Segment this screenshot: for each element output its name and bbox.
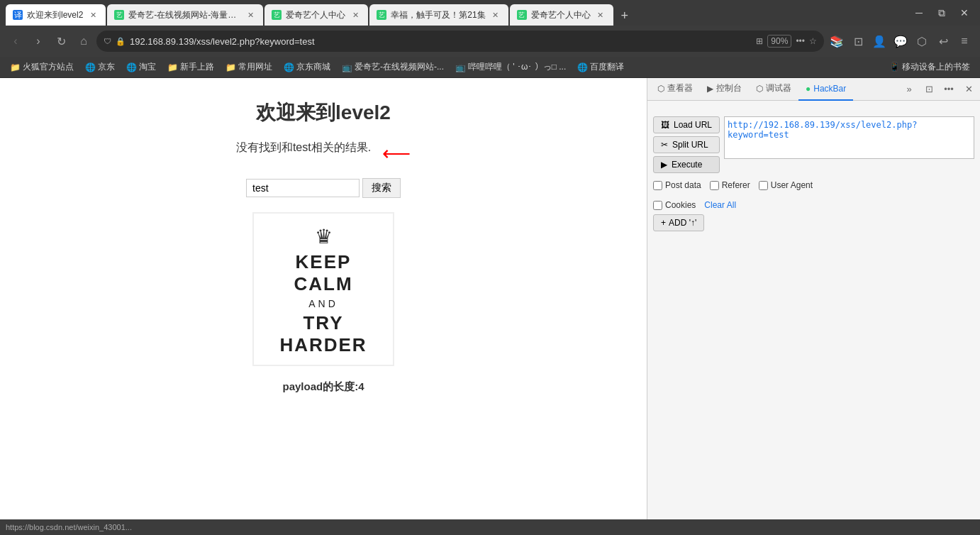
tab-3-label: 爱奇艺个人中心 (286, 9, 345, 21)
bookmark-label: 火狐官方站点 (23, 61, 74, 73)
close-button[interactable]: ✕ (954, 3, 974, 23)
devtools-tab-inspector[interactable]: ⬡ 查看器 (650, 78, 700, 101)
post-data-input[interactable] (653, 181, 662, 190)
bookmark-taobao[interactable]: 🌐 淘宝 (122, 60, 160, 75)
bookmark-icon: 📁 (10, 62, 21, 72)
profile-button[interactable]: 👤 (869, 31, 889, 51)
search-box: 搜索 (246, 178, 401, 198)
reader-view-button[interactable]: ⊡ (848, 31, 868, 51)
add-button[interactable]: + ADD '↑' (653, 214, 704, 231)
bookmark-jd[interactable]: 🌐 京东 (81, 60, 119, 75)
toggle-panel-button[interactable]: ⊡ (920, 81, 937, 98)
referer-label: Referer (722, 180, 750, 190)
add-icon: + (661, 218, 666, 228)
bookmark-huxin[interactable]: 📁 火狐官方站点 (6, 60, 78, 75)
tab-5-label: 爱奇艺个人中心 (531, 9, 591, 21)
load-url-button[interactable]: 🖼 Load URL (653, 116, 720, 133)
bookmark-bili[interactable]: 📺 哔哩哔哩（ ' ･ω･ ）っ□ ... (451, 60, 570, 75)
search-button[interactable]: 搜索 (362, 178, 401, 198)
console-icon: ▶ (707, 84, 713, 94)
tab-3-close[interactable]: ✕ (350, 9, 361, 21)
tab-1[interactable]: 译 欢迎来到level2 ✕ (6, 4, 106, 26)
tab-1-close[interactable]: ✕ (87, 9, 99, 21)
back-button[interactable]: ‹ (6, 31, 26, 51)
tab-2[interactable]: 艺 爱奇艺-在线视频网站-海量正... ✕ (107, 4, 263, 26)
split-url-button[interactable]: ✂ Split URL (653, 136, 720, 153)
poster-harder: HARDER (279, 334, 367, 356)
tab-4-icon: 艺 (377, 10, 386, 20)
bookmark-newuser[interactable]: 📁 新手上路 (163, 60, 218, 75)
forward-button[interactable]: › (28, 31, 48, 51)
split-url-icon: ✂ (661, 140, 668, 150)
bookmark-jd-mall[interactable]: 🌐 京东商城 (279, 60, 335, 75)
devtools-tab-debugger[interactable]: ⬡ 调试器 (749, 78, 798, 101)
split-url-label: Split URL (672, 140, 708, 150)
hackbar-url-input[interactable]: http://192.168.89.139/xss/level2.php?key… (724, 116, 974, 159)
arrow-icon: ⟵ (382, 142, 411, 165)
bookmark-baidu-translate[interactable]: 🌐 百度翻译 (573, 60, 628, 75)
bookmark-iqiyi[interactable]: 📺 爱奇艺-在线视频网站-... (338, 60, 448, 75)
poster-crown: ♛ (315, 225, 333, 248)
bookmark-label: 百度翻译 (590, 61, 624, 73)
hackbar-options: Post data Referer User Agent Cookies (653, 180, 974, 210)
execute-button[interactable]: ▶ Execute (653, 156, 720, 173)
history-button[interactable]: ↩ (933, 31, 953, 51)
more-tools-button[interactable]: » (901, 81, 918, 98)
clear-all-button[interactable]: Clear All (704, 200, 736, 210)
status-url: https://blog.csdn.net/weixin_43001... (6, 523, 132, 531)
bookmark-common[interactable]: 📁 常用网址 (221, 60, 277, 75)
home-button[interactable]: ⌂ (74, 31, 94, 51)
sidebar-button[interactable]: 📚 (827, 31, 847, 51)
page-title: 欢迎来到level2 (256, 99, 391, 126)
tab-5[interactable]: 艺 爱奇艺个人中心 ✕ (510, 4, 613, 26)
user-agent-label: User Agent (771, 180, 813, 190)
hackbar-dot-icon: ● (806, 84, 811, 94)
close-devtools-button[interactable]: ✕ (960, 81, 977, 98)
maximize-button[interactable]: ⧉ (932, 3, 952, 23)
menu-button[interactable]: ≡ (954, 31, 974, 51)
mobile-bookmarks: 📱 移动设备上的书签 (885, 61, 974, 73)
options-icon: ••• (796, 36, 805, 46)
tab-2-close[interactable]: ✕ (245, 9, 256, 21)
user-agent-checkbox[interactable]: User Agent (759, 180, 813, 190)
overflow-button[interactable]: ••• (940, 81, 957, 98)
bookmark-label: 常用网址 (238, 61, 272, 73)
grid-icon: ⊞ (756, 36, 763, 46)
cookies-input[interactable] (653, 201, 662, 210)
devtools-tab-hackbar[interactable]: ● HackBar (798, 78, 853, 101)
new-tab-button[interactable]: + (615, 6, 635, 26)
poster-and: AND (308, 298, 338, 309)
bookmarks-bar: 📁 火狐官方站点 🌐 京东 🌐 淘宝 📁 新手上路 📁 常用网址 🌐 京东商城 … (0, 57, 980, 78)
add-label: ADD '↑' (669, 218, 696, 228)
tab-4-close[interactable]: ✕ (490, 9, 501, 21)
devtools-panel: ⬡ 查看器 ▶ 控制台 ⬡ 调试器 ● HackBar » ⊡ (647, 78, 980, 519)
shield-icon: 🛡 (104, 37, 111, 45)
bookmark-label: 新手上路 (180, 61, 214, 73)
minimize-button[interactable]: ─ (909, 3, 929, 23)
payload-info: payload的长度:4 (282, 380, 364, 394)
bookmark-icon: 🌐 (284, 62, 294, 72)
tab-bar: 译 欢迎来到level2 ✕ 艺 爱奇艺-在线视频网站-海量正... ✕ 艺 爱… (0, 0, 980, 26)
tab-3[interactable]: 艺 爱奇艺个人中心 ✕ (265, 4, 368, 26)
chat-button[interactable]: 💬 (891, 31, 911, 51)
poster-keep: KEEP (296, 251, 352, 273)
bookmark-icon: 📺 (455, 62, 466, 72)
reload-button[interactable]: ↻ (51, 31, 71, 51)
cookies-checkbox[interactable]: Cookies (653, 200, 696, 210)
hackbar-url-row: 🖼 Load URL ✂ Split URL ▶ Execute (653, 116, 974, 173)
referer-checkbox[interactable]: Referer (710, 180, 750, 190)
tab-3-icon: 艺 (272, 10, 282, 20)
tab-5-icon: 艺 (517, 10, 527, 20)
user-agent-input[interactable] (759, 181, 768, 190)
bookmark-icon: 🌐 (577, 62, 588, 72)
address-bar[interactable]: 🛡 🔒 192.168.89.139/xss/level2.php?keywor… (96, 31, 824, 52)
nav-right-buttons: 📚 ⊡ 👤 💬 ⬡ ↩ ≡ (827, 31, 974, 51)
post-data-checkbox[interactable]: Post data (653, 180, 701, 190)
tab-4[interactable]: 艺 幸福，触手可及！第21集 ✕ (369, 4, 508, 26)
bookmark-star-icon[interactable]: ☆ (809, 36, 817, 46)
referer-input[interactable] (710, 181, 719, 190)
search-input[interactable] (246, 179, 360, 197)
screenshot-button[interactable]: ⬡ (912, 31, 932, 51)
tab-5-close[interactable]: ✕ (595, 9, 606, 21)
devtools-tab-console[interactable]: ▶ 控制台 (700, 78, 749, 101)
